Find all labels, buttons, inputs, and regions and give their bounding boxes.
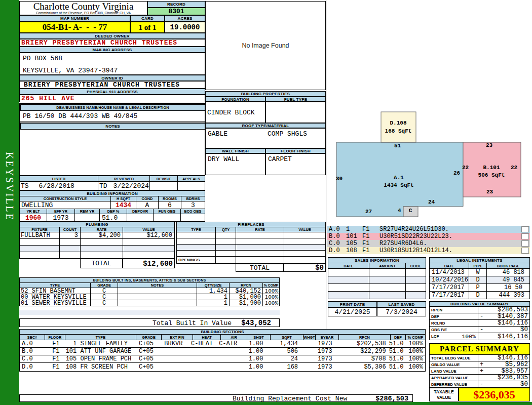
bdrms-label: BDRMS [181, 196, 205, 201]
plumbing-empty-row [19, 239, 175, 246]
bi-notes [118, 300, 197, 306]
sec-type: 108 FR SCREEN PCH [66, 363, 134, 371]
sec-type: 1 SINGLE FAMILY [66, 340, 134, 347]
sec-id: A.0 [20, 340, 46, 347]
legal-row: 10/24/2016 D 49 845 [429, 276, 530, 284]
sec-col: FLOOR [45, 335, 65, 340]
legend-row-a: A.0 1 F1 SR27U4R24U26L51D30. [327, 226, 530, 233]
legal-date: 11/4/2013 [430, 269, 469, 276]
sec-grade: C+05 [134, 348, 158, 355]
sec-col: TYPE [65, 335, 136, 340]
dim-b-top: 23 [486, 142, 492, 148]
bvs-row-lcf: LCF100% $146,116 [429, 333, 530, 340]
plumbing-value: $12,600 [123, 232, 174, 238]
bi-col-type: TYPE [20, 283, 91, 288]
photo-placeholder-box: No Image Found [205, 1, 326, 90]
mailing-line-2: KEYSVILLE, VA 23947-3947 [23, 67, 118, 74]
sec-col: HEAT [193, 335, 221, 340]
parcel-value-cell: +$83,957 [478, 368, 529, 374]
parcel-row: LAND VALUE +$83,957 [429, 368, 530, 375]
legal-type: D [469, 292, 487, 299]
acres-value: 19.0000 [165, 22, 205, 33]
plumbing-title: PLUMBING [19, 222, 175, 227]
last-saved-label: LAST SAVED [377, 301, 426, 307]
plumbing-row: FULLBATH 3 $4,200 $12,600 [19, 232, 175, 239]
notes-label: NOTES [20, 123, 205, 130]
legend-row-d: D.0 108 F1 U30R18SU12R14D12L14. [327, 247, 530, 254]
parcel-row: DEFERRED VALUE -$0 [429, 381, 530, 388]
built-ins-total-value: $43,052 [241, 319, 271, 327]
fireplaces-openings-row: OPENINGS [176, 257, 326, 264]
sec-extfin: BRKVR [159, 340, 189, 347]
sections-header-row: SEC# FLOOR TYPE GRADE EXT FIN HEAT AIR S… [19, 335, 426, 340]
sketch-a-label: A.1 [384, 175, 414, 181]
parcel-sign: + [480, 368, 483, 374]
legend-floor: F1 [362, 233, 379, 240]
built-ins-row: 01 SEWER KEYSVILLE C 1 $1,900 100% [19, 300, 280, 306]
bi-type: 00 WATER KEYSVILLE [20, 294, 91, 300]
county-header-box: Charlotte County Virginia Commissioner o… [19, 1, 147, 15]
last-saved-value: 7/3/2024 [377, 307, 426, 316]
parcel-label: LAND VALUE [430, 368, 478, 374]
sketch-d-sqft: 168 SqFt [381, 128, 416, 134]
bi-rpcn: $40,152 [230, 288, 263, 294]
bvs-value-cell: -$0 [478, 327, 529, 333]
legal-book: 49 845 [487, 276, 529, 284]
card-value: 1 of 1 [130, 22, 165, 33]
sales-col-amount: AMOUNT [369, 263, 406, 268]
parcel-row: OBLDG VALUE +$5,962 [429, 361, 530, 368]
sketch-section-d [381, 112, 416, 142]
built-ins-header-row: TYPE GRADE NOTES QTY/SIZE RPCN % COMP [19, 283, 280, 288]
bi-col-grade: GRADE [91, 283, 118, 288]
parcel-label: OBLDG VALUE [430, 361, 478, 368]
physical-address-value: 265 HILL AVE [19, 95, 205, 102]
fireplaces-total-value: $0 [284, 264, 326, 272]
sec-floor: F1 [46, 348, 66, 355]
sales-empty-row [328, 284, 426, 292]
appeals-value [178, 182, 205, 190]
legal-date: 10/24/2016 [430, 276, 469, 284]
bvs-row: RCLND $146,116 [429, 320, 530, 327]
deeded-owner-value: BRIERY PRESBYTERIAN CHURCH TRUSTEES [19, 39, 205, 47]
cond-value: A [136, 201, 159, 209]
reviewed-value: TD3/22/2024 [98, 182, 150, 190]
bvs-label: RPCN [430, 307, 478, 313]
fireplaces-total-label: TOTAL [236, 264, 284, 272]
bi-qty: 1,434 [197, 288, 230, 294]
plumbing-total-label: TOTAL [80, 259, 123, 268]
sales-title: SALES INFORMATION [328, 257, 426, 263]
revisit-value [150, 182, 178, 190]
plumbing-col-count: COUNT [60, 227, 81, 232]
plumbing-count: 3 [60, 232, 81, 238]
sec-shgt: 1.00 [241, 355, 266, 362]
legend-floor: F1 [362, 226, 379, 233]
bvs-sign: - [480, 327, 483, 333]
sec-col: SEC# [20, 335, 45, 340]
legend-vector: U30R18SU12R14D12L14. [379, 247, 452, 254]
dim-a-bottom-left: 27 [365, 209, 372, 215]
sec-comp: 100% [404, 348, 426, 355]
style-value: DWELLING [20, 201, 111, 209]
legal-type: W [469, 269, 487, 276]
depovr-label: DEPOVR [127, 209, 154, 214]
sec-type: 101 ATT UNF GARAGE [66, 348, 134, 355]
plumbing-header-row: FIXTURE COUNT RATE VALUE [19, 227, 175, 232]
legend-sec: A.0 [327, 226, 346, 233]
sec-col: SQFT [271, 335, 303, 340]
mailing-address-label: MAILING ADDRESS [19, 47, 205, 53]
effyr-label: EFF YR [47, 209, 75, 214]
built-ins-total-label: Total Built In Value [153, 319, 232, 327]
bi-grade: C [91, 288, 118, 294]
fireplaces-header-row: TYPE QTY RATE VALUE [176, 227, 326, 232]
section-row: C.0F1105 OPEN FRAME PCHC+051.00241973$70… [20, 355, 425, 363]
sec-grade: C+05 [134, 355, 158, 362]
bi-col-comp: % COMP [263, 283, 279, 288]
bi-rpcn: $1,900 [230, 300, 263, 306]
map-number-value: 054-B1- A- - - 77 [19, 22, 130, 33]
parcel-value-cell: $146,116 [478, 355, 529, 361]
roof-material-value: COMP SHGLS [268, 130, 307, 138]
sec-floor: F1 [46, 355, 66, 362]
rooms-value: 6 [159, 201, 181, 209]
bi-grade: C [91, 294, 118, 300]
legend-code: 101 [346, 233, 362, 240]
